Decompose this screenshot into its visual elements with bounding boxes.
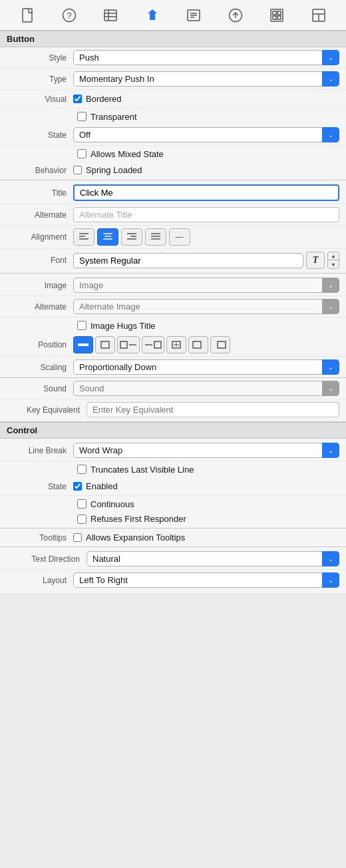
toolbar: ? (0, 0, 346, 31)
font-row: Font T ▲ ▼ (0, 249, 346, 274)
enabled-checkbox[interactable] (73, 482, 82, 491)
enabled-group: Enabled (73, 481, 118, 491)
text-direction-label: Text Direction (7, 554, 86, 564)
visual-label: Visual (7, 95, 73, 104)
svg-rect-15 (277, 11, 281, 15)
pos-box1-button[interactable] (95, 336, 115, 353)
help-icon[interactable]: ? (60, 6, 79, 25)
truncates-checkbox[interactable] (77, 465, 86, 474)
behavior-label: Behavior (7, 166, 73, 175)
refuses-checkbox[interactable] (77, 515, 86, 524)
alt-image-select-wrapper[interactable]: ⌄ (73, 299, 339, 314)
font-stepper-up[interactable]: ▲ (328, 252, 339, 260)
svg-rect-38 (154, 341, 161, 348)
state-row: State Off ⌄ (0, 124, 346, 146)
svg-rect-42 (193, 341, 201, 348)
pos-left-button[interactable] (73, 336, 93, 353)
layout-select-wrapper[interactable]: Left To Right ⌄ (73, 572, 339, 588)
type-select[interactable]: Momentary Push In (73, 71, 339, 87)
layout-select[interactable]: Left To Right (73, 572, 339, 588)
font-stepper-down[interactable]: ▼ (328, 260, 339, 268)
spring-loaded-group: Spring Loaded (73, 165, 142, 175)
alternate-image-input[interactable] (73, 299, 339, 314)
type-select-wrapper[interactable]: Momentary Push In ⌄ (73, 71, 339, 87)
align-none-button[interactable]: — (169, 228, 190, 246)
tooltips-label: Tooltips (7, 533, 73, 542)
align-right-button[interactable] (121, 228, 142, 246)
continuous-checkbox[interactable] (77, 499, 86, 509)
svg-rect-0 (23, 9, 32, 22)
grid-icon[interactable] (267, 6, 286, 25)
align-center-button[interactable] (97, 228, 118, 246)
pointer-icon[interactable] (143, 6, 162, 25)
font-T-button[interactable]: T (306, 252, 325, 269)
pos-center-button[interactable] (166, 336, 186, 353)
svg-rect-35 (120, 341, 127, 348)
enabled-label: Enabled (86, 481, 118, 491)
text-icon[interactable] (184, 6, 203, 25)
key-equiv-input[interactable] (86, 402, 339, 417)
alternate-image-row: Alternate ⌄ (0, 296, 346, 318)
align-justify-button[interactable] (145, 228, 166, 246)
svg-text:?: ? (67, 11, 71, 21)
layout-icon[interactable] (309, 6, 328, 25)
spring-loaded-label: Spring Loaded (86, 165, 142, 175)
alignment-label: Alignment (7, 232, 73, 242)
scaling-select[interactable]: Proportionally Down (73, 359, 339, 375)
style-row: Style Push ⌄ (0, 47, 346, 69)
align-left-button[interactable] (73, 228, 94, 246)
file-icon[interactable] (18, 6, 37, 25)
spring-loaded-checkbox[interactable] (73, 166, 82, 174)
alternate-title-input[interactable] (73, 207, 339, 222)
image-select-wrapper[interactable]: ⌄ (73, 278, 339, 293)
position-label: Position (7, 340, 73, 349)
style-select[interactable]: Push (73, 50, 339, 65)
font-stepper[interactable]: ▲ ▼ (327, 252, 339, 269)
line-break-select[interactable]: Word Wrap (73, 443, 339, 458)
sound-select-wrapper[interactable]: ⌄ (73, 381, 339, 396)
transparent-checkbox[interactable] (77, 112, 86, 121)
image-hugs-checkbox[interactable] (77, 321, 86, 330)
font-input[interactable] (73, 253, 303, 268)
alternate-title-row: Alternate (0, 204, 346, 226)
scaling-select-wrapper[interactable]: Proportionally Down ⌄ (73, 359, 339, 375)
allows-mixed-checkbox[interactable] (77, 149, 86, 158)
pos-align-left-button[interactable] (188, 336, 208, 353)
allows-expansion-checkbox[interactable] (73, 533, 82, 542)
transparent-label: Transparent (90, 112, 137, 122)
continuous-row: Continuous (0, 496, 346, 512)
pos-line-box-button[interactable] (142, 336, 164, 353)
visual-bordered-row: Visual Bordered (0, 90, 346, 108)
allows-mixed-row: Allows Mixed State (0, 146, 346, 162)
line-break-row: Line Break Word Wrap ⌄ (0, 439, 346, 461)
state-select[interactable]: Off (73, 127, 339, 142)
title-input[interactable] (73, 184, 339, 201)
alignment-row: Alignment — (0, 226, 346, 249)
style-select-wrapper[interactable]: Push ⌄ (73, 50, 339, 65)
pos-align-right-button[interactable] (210, 336, 230, 353)
control-state-label: State (7, 482, 73, 491)
line-break-select-wrapper[interactable]: Word Wrap ⌄ (73, 443, 339, 458)
list-icon[interactable] (101, 6, 120, 25)
position-row: Position (0, 333, 346, 357)
svg-rect-33 (78, 343, 88, 346)
image-hugs-label: Image Hugs Title (90, 321, 156, 331)
title-row: Title (0, 180, 346, 204)
text-direction-select[interactable]: Natural (86, 551, 339, 566)
sound-input[interactable] (73, 381, 339, 396)
visual-bordered-group: Bordered (73, 94, 121, 104)
state-select-wrapper[interactable]: Off ⌄ (73, 127, 339, 142)
control-section-header: Control (0, 422, 346, 439)
sound-label: Sound (7, 384, 73, 393)
button-section-header: Button (0, 31, 346, 47)
bordered-checkbox[interactable] (73, 95, 82, 103)
text-direction-select-wrapper[interactable]: Natural ⌄ (86, 551, 339, 566)
pos-box-left-button[interactable] (117, 336, 140, 353)
scaling-label: Scaling (7, 363, 73, 372)
image-input[interactable] (73, 278, 339, 293)
refuses-label: Refuses First Responder (90, 514, 186, 524)
svg-rect-43 (218, 341, 226, 348)
arrow-icon[interactable] (226, 6, 245, 25)
image-hugs-row: Image Hugs Title (0, 318, 346, 333)
image-row: Image ⌄ (0, 274, 346, 296)
